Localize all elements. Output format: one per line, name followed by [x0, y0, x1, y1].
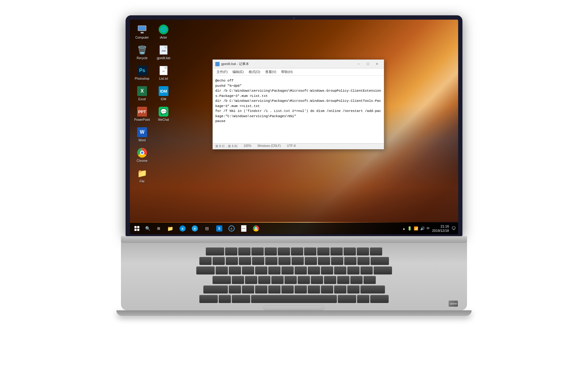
desktop-icons-area: Computer 🌐 iArter 🗑️ R	[133, 23, 173, 185]
desktop-icon-excel[interactable]: X Excel	[133, 84, 151, 102]
photoshop-label: Photoshop	[135, 77, 149, 81]
search-taskbar-button[interactable]: 🔍	[143, 224, 153, 233]
key-a	[232, 276, 244, 284]
tray-up-arrow[interactable]: ▲	[402, 227, 405, 230]
wechat-icon: 💬	[158, 106, 169, 117]
tray-language[interactable]: 中	[427, 226, 430, 231]
iarter-label: iArter	[160, 36, 167, 40]
desktop-icon-file[interactable]: 📁 File	[133, 167, 151, 185]
minimize-button[interactable]: ─	[354, 61, 363, 67]
notepad-pinned-taskbar[interactable]	[239, 224, 249, 233]
key-n	[295, 286, 307, 293]
key-8	[305, 257, 317, 265]
notepad-statusbar: 第 6 行，第 6 列 100% Windows (CRLF) UTF-8	[213, 143, 384, 149]
key-equals	[357, 257, 370, 265]
key-w	[229, 266, 241, 274]
touchpad[interactable]	[263, 305, 325, 310]
desktop-icon-listtxt[interactable]: txt List.txt	[154, 64, 173, 82]
camera	[293, 17, 295, 19]
desktop-icon-idm[interactable]: IDM IDM	[154, 84, 173, 102]
clock-date: 2019/12/18	[432, 228, 449, 233]
start-button[interactable]	[132, 224, 141, 233]
notepad-window[interactable]: gpedit.bat - 记事本 ─ ☐ ✕ 文件(F) 编辑(E) 格式(O)…	[213, 59, 384, 149]
menu-file[interactable]: 文件(F)	[214, 69, 230, 75]
word-shape: W	[137, 127, 147, 137]
listtxt-icon: txt	[158, 65, 169, 76]
ps-shape: Ps	[137, 66, 147, 75]
edge-chromium-taskbar[interactable]: e	[178, 224, 187, 233]
iarter-icon: 🌐	[158, 24, 169, 35]
desktop[interactable]: Computer 🌐 iArter 🗑️ R	[130, 20, 458, 234]
task-view-button[interactable]: ⊞	[154, 224, 164, 233]
taskmanager-taskbar[interactable]: ⊟	[202, 224, 212, 233]
notepad-icon	[215, 62, 220, 66]
notification-button[interactable]: 🗨	[451, 226, 456, 231]
edge-old-taskbar[interactable]: e	[227, 224, 236, 233]
word-icon: W	[137, 127, 148, 138]
key-f8	[317, 247, 330, 255]
menu-help[interactable]: 帮助(H)	[279, 69, 295, 75]
statusbar-lineending: Windows (CRLF)	[258, 144, 281, 148]
store-taskbar[interactable]: S	[214, 224, 224, 233]
laptop-hinge	[121, 236, 467, 243]
key-space	[251, 295, 337, 303]
taskbar-right: ▲ 🔋 📶 🔊 中 21:16 2019/12/18 🗨	[402, 224, 456, 233]
chrome-label: Chrome	[137, 159, 148, 163]
keyboard-rows	[138, 247, 450, 303]
file-explorer-taskbar[interactable]: 📁	[165, 224, 175, 233]
key-f9	[330, 247, 343, 255]
desktop-icon-recycle[interactable]: 🗑️ Recycle	[133, 43, 151, 61]
word-label: Word	[138, 139, 146, 142]
system-tray: ▲ 🔋 📶 🔊 中	[402, 226, 430, 231]
win-quad-2	[137, 226, 139, 228]
key-x	[242, 286, 254, 293]
desktop-icon-chrome[interactable]: Chrome	[133, 146, 151, 164]
menu-format[interactable]: 格式(O)	[246, 69, 263, 75]
tray-volume[interactable]: 🔊	[420, 226, 425, 231]
recycle-label: Recycle	[137, 56, 148, 60]
menu-edit[interactable]: 编辑(E)	[230, 69, 246, 75]
key-s	[245, 276, 257, 284]
ppt-shape: PPT	[137, 107, 147, 117]
key-f3	[251, 247, 264, 255]
desktop-icon-wechat[interactable]: 💬 WeChat	[154, 105, 173, 123]
keyboard-area: LENOVO	[121, 243, 467, 310]
icon-row-2: 🗑️ Recycle .bat gpedit.bat	[133, 43, 173, 61]
ie-taskbar[interactable]: e	[190, 224, 200, 233]
maximize-button[interactable]: ☐	[364, 61, 372, 67]
taskbar-left: 🔍 ⊞ 📁 e e	[132, 224, 262, 233]
key-comma	[321, 286, 333, 293]
notepad-content[interactable]: @echo off pushd "%~dp0" dir /b C:\Window…	[213, 76, 384, 143]
desktop-icon-powerpoint[interactable]: PPT PowerPoint	[133, 105, 151, 123]
desktop-icon-photoshop[interactable]: Ps Photoshop	[133, 64, 151, 82]
key-p	[334, 266, 346, 274]
key-q	[216, 266, 228, 274]
desktop-icon-iarter[interactable]: 🌐 iArter	[154, 23, 173, 41]
key-t	[268, 266, 281, 274]
desktop-icon-gpedit[interactable]: .bat gpedit.bat	[154, 43, 173, 61]
statusbar-zoom: 100%	[243, 144, 251, 148]
system-clock[interactable]: 21:16 2019/12/18	[432, 224, 449, 233]
desktop-icon-word[interactable]: W Word	[133, 125, 151, 144]
icon-row-7: Chrome	[133, 146, 173, 164]
powerpoint-icon: PPT	[137, 106, 148, 117]
key-0	[331, 257, 343, 265]
key-7	[292, 257, 304, 265]
key-e	[242, 266, 254, 274]
key-o	[321, 266, 333, 274]
chrome-taskbar[interactable]	[251, 224, 261, 233]
tray-network: 📶	[414, 226, 418, 231]
close-button[interactable]: ✕	[373, 61, 381, 67]
desktop-icon-computer[interactable]: Computer	[133, 23, 151, 41]
key-enter	[374, 266, 392, 274]
menu-view[interactable]: 查看(V)	[263, 69, 279, 75]
notepad-titlebar[interactable]: gpedit.bat - 记事本 ─ ☐ ✕	[213, 60, 384, 68]
wechat-label: WeChat	[158, 118, 169, 122]
file-label: File	[140, 180, 145, 183]
key-alt-l	[232, 295, 250, 303]
asdf-key-row	[138, 276, 450, 284]
key-capslock	[213, 276, 231, 284]
key-ctrl-l	[199, 295, 218, 303]
notepad-menubar: 文件(F) 编辑(E) 格式(O) 查看(V) 帮助(H)	[213, 68, 384, 76]
icon-row-1: Computer 🌐 iArter	[133, 23, 173, 41]
